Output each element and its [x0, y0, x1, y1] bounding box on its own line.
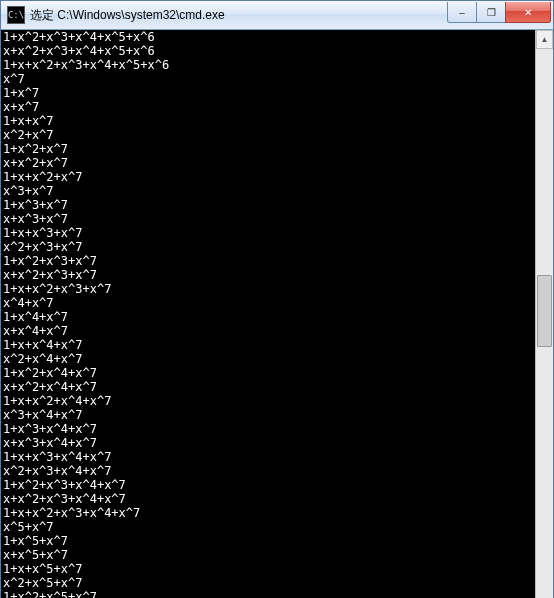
scroll-track[interactable]	[536, 49, 553, 598]
chevron-up-icon: ▲	[541, 35, 549, 44]
scroll-up-button[interactable]: ▲	[536, 30, 553, 49]
close-button[interactable]: ✕	[505, 2, 551, 23]
console-output[interactable]: 1+x^2+x^3+x^4+x^5+x^6 x+x^2+x^3+x^4+x^5+…	[1, 30, 535, 598]
titlebar[interactable]: C:\ 选定 C:\Windows\system32\cmd.exe – ❐ ✕	[1, 1, 553, 30]
vertical-scrollbar[interactable]: ▲ ▼	[535, 30, 553, 598]
window-title: 选定 C:\Windows\system32\cmd.exe	[30, 7, 448, 24]
window-buttons: – ❐ ✕	[448, 2, 551, 22]
minimize-button[interactable]: –	[447, 2, 477, 23]
close-icon: ✕	[524, 7, 532, 18]
cmd-window: C:\ 选定 C:\Windows\system32\cmd.exe – ❐ ✕…	[0, 0, 554, 598]
maximize-button[interactable]: ❐	[476, 2, 506, 23]
cmd-icon: C:\	[7, 6, 25, 24]
client-area: 1+x^2+x^3+x^4+x^5+x^6 x+x^2+x^3+x^4+x^5+…	[1, 30, 553, 598]
maximize-icon: ❐	[487, 7, 496, 18]
minimize-icon: –	[459, 7, 465, 18]
scroll-thumb[interactable]	[537, 275, 552, 347]
